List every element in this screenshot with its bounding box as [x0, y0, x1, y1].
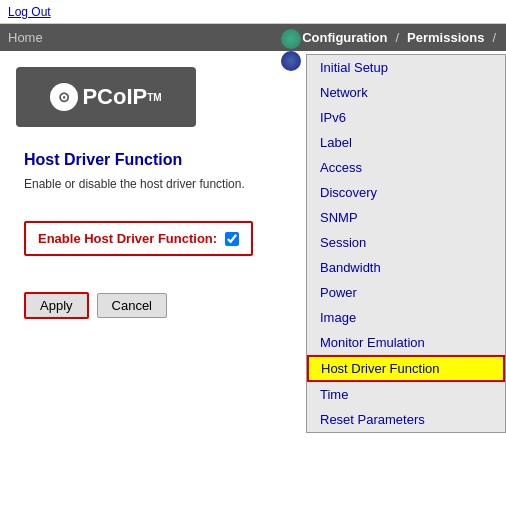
nav-links: Configuration / Permissions / [296, 28, 498, 47]
logo-icon: ⊙ [50, 83, 78, 111]
cancel-button[interactable]: Cancel [97, 293, 167, 318]
menu-item-reset-parameters[interactable]: Reset Parameters [307, 407, 505, 432]
menu-item-network[interactable]: Network [307, 80, 505, 105]
menu-item-discovery[interactable]: Discovery [307, 180, 505, 205]
home-link[interactable]: Home [8, 30, 43, 45]
enable-row: Enable Host Driver Function: [24, 221, 253, 256]
menu-item-image[interactable]: Image [307, 305, 505, 330]
menu-item-bandwidth[interactable]: Bandwidth [307, 255, 505, 280]
logout-link[interactable]: Log Out [8, 5, 51, 19]
nav-sep2: / [490, 28, 498, 47]
globe-icon-2 [281, 51, 301, 71]
menu-item-monitor-emulation[interactable]: Monitor Emulation [307, 330, 505, 355]
menu-item-ipv6[interactable]: IPv6 [307, 105, 505, 130]
menu-item-time[interactable]: Time [307, 382, 505, 407]
top-bar: Log Out [0, 0, 506, 24]
permissions-link[interactable]: Permissions [401, 28, 490, 47]
dropdown-menu: Initial SetupNetworkIPv6LabelAccessDisco… [306, 54, 506, 433]
nav-sep1: / [393, 28, 401, 47]
menu-item-power[interactable]: Power [307, 280, 505, 305]
menu-item-host-driver-function[interactable]: Host Driver Function [307, 355, 505, 382]
menu-item-snmp[interactable]: SNMP [307, 205, 505, 230]
menu-item-session[interactable]: Session [307, 230, 505, 255]
menu-item-label[interactable]: Label [307, 130, 505, 155]
globe-icon [281, 29, 301, 49]
config-link[interactable]: Configuration [296, 28, 393, 47]
enable-label: Enable Host Driver Function: [38, 231, 217, 246]
logo-tm: TM [147, 92, 161, 103]
nav-icons [281, 29, 301, 71]
enable-checkbox[interactable] [225, 232, 239, 246]
menu-item-access[interactable]: Access [307, 155, 505, 180]
logo: ⊙ PCoIPTM [50, 83, 161, 111]
menu-item-initial-setup[interactable]: Initial Setup [307, 55, 505, 80]
logo-area: ⊙ PCoIPTM [16, 67, 196, 127]
apply-button[interactable]: Apply [24, 292, 89, 319]
nav-bar: Home Configuration / Permissions / Initi… [0, 24, 506, 51]
